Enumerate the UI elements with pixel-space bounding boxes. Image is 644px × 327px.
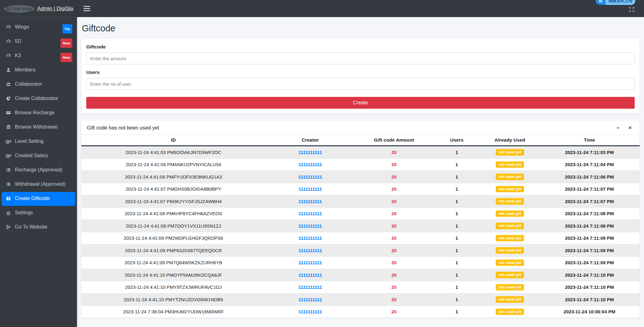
cell-creator: 1111111111: [266, 158, 355, 171]
status-badge: not used yet: [496, 272, 524, 278]
status-badge: not used yet: [496, 149, 524, 156]
sidebar-item-create-collaborator[interactable]: Create Collaborator: [2, 92, 75, 106]
creator-link[interactable]: 1111111111: [298, 297, 322, 302]
cell-amount: 20: [355, 293, 433, 306]
column-header-time: Time: [539, 135, 640, 146]
cell-time: 2023-11-24 7:11:07 PM: [539, 195, 640, 208]
sidebar-item-go-to-website[interactable]: Go To Website: [2, 220, 75, 234]
creator-link[interactable]: 1111111111: [298, 174, 322, 179]
status-badge: not used yet: [496, 161, 524, 168]
cell-time: 2023-11-24 7:11:10 PM: [539, 269, 640, 281]
table-row: 2023-11-24 4:41:08 PM7OOY1VX11U9SN1ZJ111…: [81, 220, 640, 232]
cell-already-used: not used yet: [481, 158, 539, 171]
cell-id: 2023-11-24 4:41:09 PM7Q64W5KZKZURH6YB: [81, 257, 266, 269]
creator-link[interactable]: 1111111111: [298, 260, 322, 265]
admin-brand-link[interactable]: Admin | DigiSla: [37, 6, 73, 12]
table-row: 2023-11-24 4:41:09 PMP63JSS67TQEEQDCR111…: [81, 244, 640, 257]
table-card-header: Gift code has not been used yet − ✕: [81, 120, 640, 134]
sidebar-item-wingo[interactable]: VipWingo: [2, 20, 75, 34]
creator-link[interactable]: 1111111111: [298, 284, 322, 290]
sidebar-item-k3[interactable]: NewK3: [2, 49, 75, 63]
sidebar-item-5d[interactable]: New5D: [2, 35, 75, 49]
cell-creator: 1111111111: [266, 146, 355, 159]
giftcode-table-card: Gift code has not been used yet − ✕ IDCr…: [81, 120, 640, 318]
creator-link[interactable]: 1111111111: [298, 235, 322, 241]
avatar-alt-text: User Imag: [11, 6, 32, 11]
cell-amount: 20: [355, 195, 433, 208]
users-label: Users: [86, 70, 635, 75]
table-header-row: IDCreatorGift code AmountUsersAlready Us…: [81, 135, 640, 146]
sidebar: User Imag Admin | DigiSla VipWingoNew5DN…: [0, 0, 77, 327]
cell-users: 1: [433, 171, 481, 183]
menu-toggle-button[interactable]: [83, 6, 90, 11]
cell-creator: 1111111111: [266, 207, 355, 220]
sidebar-item-label: K3: [15, 53, 21, 58]
creator-link[interactable]: 1111111111: [298, 223, 322, 229]
cell-already-used: not used yet: [481, 183, 539, 195]
creator-link[interactable]: 1111111111: [298, 199, 322, 204]
cell-amount: 20: [355, 232, 433, 244]
topbar-right: ∞ 拖拽至此上传: [629, 3, 639, 14]
cell-time: 2023-11-24 7:11:03 PM: [539, 146, 640, 159]
cell-amount: 20: [355, 244, 433, 257]
table-row: 2023-11-24 4:41:09 PM2WDPLGHGFJQRDPS6111…: [81, 232, 640, 244]
cell-users: 1: [433, 146, 481, 159]
sidebar-brand: User Imag Admin | DigiSla: [0, 0, 77, 18]
table-row: 2023-11-24 4:41:07 PMOHS0BJOIDA8B0BPY111…: [81, 183, 640, 195]
giftcode-amount-input[interactable]: [86, 52, 635, 64]
sidebar-item-level-setting[interactable]: ⚙⚙Level Setting: [2, 135, 75, 149]
creator-link[interactable]: 1111111111: [298, 150, 322, 155]
create-button[interactable]: Create: [86, 97, 635, 109]
creator-link[interactable]: 1111111111: [298, 272, 322, 278]
fullscreen-icon[interactable]: [629, 7, 635, 14]
cell-already-used: not used yet: [481, 281, 539, 293]
users-count-input[interactable]: [86, 78, 635, 90]
status-badge: not used yet: [496, 296, 524, 303]
bank-icon: [5, 124, 12, 132]
cell-id: 2023-11-24 4:41:09 PM2WDPLGHGFJQRDPS6: [81, 232, 266, 244]
cell-amount: 20: [355, 171, 433, 183]
cell-time: 2023-11-24 7:11:08 PM: [539, 220, 640, 232]
sidebar-item-create-giftcode[interactable]: Create Giftcode: [2, 192, 75, 206]
creator-link[interactable]: 1111111111: [298, 162, 322, 167]
speedometer-icon: [5, 39, 12, 46]
sidebar-item-created-salary[interactable]: ⚙⚙Created Salary: [2, 149, 75, 163]
giftcode-table: IDCreatorGift code AmountUsersAlready Us…: [81, 134, 640, 318]
sidebar-item-label: Go To Website: [15, 224, 47, 229]
cell-creator: 1111111111: [266, 244, 355, 257]
list-icon: [5, 167, 12, 175]
cogs-icon: ⚙⚙: [5, 153, 12, 160]
sidebar-item-settings[interactable]: ⚙Settings: [2, 206, 75, 220]
cell-time: 2023-11-24 7:11:09 PM: [539, 257, 640, 269]
cell-time: 2023-11-24 7:11:10 PM: [539, 281, 640, 293]
sidebar-item-label: Collaborator: [15, 81, 42, 87]
status-badge: not used yet: [496, 247, 524, 254]
creator-link[interactable]: 1111111111: [298, 211, 322, 216]
creator-link[interactable]: 1111111111: [298, 248, 322, 253]
creator-link[interactable]: 1111111111: [298, 309, 322, 314]
creator-link[interactable]: 1111111111: [298, 186, 322, 192]
upload-extension-pill[interactable]: ∞ 拖拽至此上传: [596, 0, 635, 5]
status-badge: not used yet: [496, 211, 524, 217]
sidebar-item-collaborator[interactable]: Collaborator: [2, 78, 75, 92]
new-badge: New: [60, 39, 72, 48]
cell-time: 2023-11-24 7:11:07 PM: [539, 183, 640, 195]
table-row: 2023-11-24 4:41:10 PMOYP5AMJ5KOCQA6JF111…: [81, 269, 640, 281]
sidebar-item-withdrawal-approved[interactable]: Withdrawal (Approved): [2, 178, 75, 192]
cell-already-used: not used yet: [481, 257, 539, 269]
main-content: Giftcode Giftcode Users Create Gift code…: [77, 17, 644, 327]
close-icon[interactable]: ✕: [628, 125, 632, 130]
table-row: 2023-11-24 4:41:07 PM3K2YYGFJSJZAWBH4111…: [81, 195, 640, 208]
sidebar-item-label: Members: [15, 67, 36, 72]
sidebar-item-browse-recharge[interactable]: Browse Recharge: [2, 106, 75, 120]
cell-id: 2023-11-24 4:41:07 PM3K2YYGFJSJZAWBH4: [81, 195, 266, 208]
cell-id: 2023-11-24 4:41:07 PMOHS0BJOIDA8B0BPY: [81, 183, 266, 195]
sidebar-item-members[interactable]: Members: [2, 63, 75, 77]
sidebar-item-recharge-approved[interactable]: Recharge (Approved): [2, 163, 75, 177]
sidebar-item-label: 5D: [15, 39, 21, 44]
cell-id: 2023-11-24 4:41:10 PMYTZNU2DVGRW1NDB5: [81, 293, 266, 306]
sidebar-item-browse-withdrawal[interactable]: Browse Withdrawal: [2, 120, 75, 134]
minimize-icon[interactable]: −: [616, 125, 619, 130]
cell-amount: 20: [355, 146, 433, 159]
cell-creator: 1111111111: [266, 269, 355, 281]
